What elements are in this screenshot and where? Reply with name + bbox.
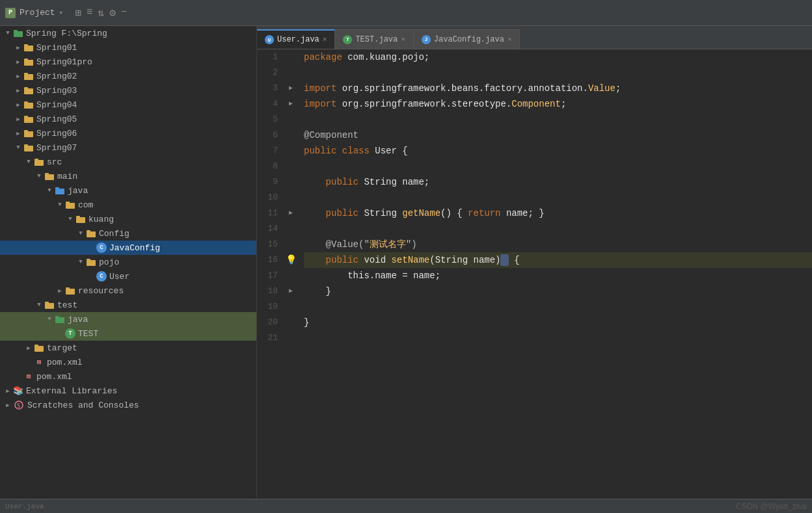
tree-label-kuang: kuang xyxy=(88,215,114,224)
project-label: Project xyxy=(20,8,55,18)
folder-target-icon xyxy=(34,343,44,352)
tree-label-spring01: Spring01 xyxy=(36,43,77,53)
gutter-17 xyxy=(283,268,299,283)
gutter-1 xyxy=(283,49,299,65)
list-icon[interactable]: ≡ xyxy=(87,7,93,20)
svg-rect-9 xyxy=(24,87,28,89)
bulb-icon[interactable]: 💡 xyxy=(286,252,297,268)
code-line-5 xyxy=(304,112,812,127)
gutter-11[interactable]: ▶ xyxy=(283,205,299,221)
folder-spring06-icon xyxy=(23,129,34,138)
tree-label-scratches: Scratches and Consoles xyxy=(27,401,139,410)
svg-rect-0 xyxy=(14,31,23,37)
tree-item-pom-outer[interactable]: m pom.xml xyxy=(0,369,256,384)
tree-item-external[interactable]: 📚 External Libraries xyxy=(0,384,256,398)
tree-label-config: Config xyxy=(99,229,129,239)
tree-item-target[interactable]: target xyxy=(0,341,256,355)
tree-label-main: main xyxy=(57,172,77,181)
tree-item-kuang[interactable]: kuang xyxy=(0,212,256,226)
tree-item-java-main[interactable]: java xyxy=(0,183,256,198)
tab-test[interactable]: T TEST.java × xyxy=(335,29,413,49)
tree-label-spring02: Spring02 xyxy=(36,72,77,81)
svg-rect-24 xyxy=(66,203,75,209)
tree-item-javaconfig-file[interactable]: C JavaConfig xyxy=(0,241,256,255)
code-line-20: } xyxy=(304,315,812,330)
sort-icon[interactable]: ⇅ xyxy=(98,7,104,20)
tab-test-close[interactable]: × xyxy=(401,36,405,44)
gutter-4[interactable]: ▶ xyxy=(283,96,299,112)
tab-user[interactable]: U User.java × xyxy=(257,29,335,49)
spring-arrow xyxy=(3,30,13,36)
line-numbers: 1 2 3 4 5 6 7 8 9 10 11 14 15 16 17 18 1 xyxy=(257,49,283,499)
code-line-9: public String name; xyxy=(304,174,812,190)
svg-rect-19 xyxy=(34,159,38,161)
gutter-20 xyxy=(283,315,299,330)
tree-item-resources[interactable]: resources xyxy=(0,283,256,298)
tree-item-spring04[interactable]: Spring04 xyxy=(0,98,256,112)
svg-rect-29 xyxy=(87,230,90,232)
svg-rect-7 xyxy=(24,73,28,75)
com-arrow xyxy=(55,202,65,208)
folder-java-main-icon xyxy=(55,186,65,195)
tree-item-config[interactable]: Config xyxy=(0,226,256,241)
svg-rect-12 xyxy=(24,117,33,123)
gutter-14 xyxy=(283,221,299,237)
folder-config-icon xyxy=(86,229,96,238)
test-arrow xyxy=(34,302,44,308)
tree-item-spring05[interactable]: Spring05 xyxy=(0,112,256,126)
tree-item-src[interactable]: src xyxy=(0,155,256,169)
tree-label-target: target xyxy=(47,343,77,353)
tab-javaconfig-icon: J xyxy=(422,35,431,44)
folder-spring01-icon xyxy=(23,43,34,52)
svg-rect-4 xyxy=(24,60,33,66)
layout-icon[interactable]: ⊞ xyxy=(75,7,81,20)
tree-item-spring[interactable]: Spring F:\Spring xyxy=(0,26,256,40)
svg-rect-32 xyxy=(66,289,75,295)
tree-item-spring03[interactable]: Spring03 xyxy=(0,83,256,98)
svg-rect-33 xyxy=(66,287,70,289)
spring04-arrow xyxy=(13,101,23,109)
code-lines[interactable]: package com.kuang.pojo; import org.sprin… xyxy=(299,49,812,499)
tab-user-close[interactable]: × xyxy=(323,36,327,44)
tree-label-external: External Libraries xyxy=(26,386,117,396)
code-content[interactable]: 1 2 3 4 5 6 7 8 9 10 11 14 15 16 17 18 1 xyxy=(257,49,812,499)
tree-item-spring01[interactable]: Spring01 xyxy=(0,40,256,55)
spring06-arrow xyxy=(13,130,23,137)
svg-rect-13 xyxy=(24,116,28,118)
code-line-1: package com.kuang.pojo; xyxy=(304,49,812,65)
tree-item-main[interactable]: main xyxy=(0,169,256,183)
gutter-18[interactable]: ▶ xyxy=(283,283,299,299)
tree-item-java-test[interactable]: java xyxy=(0,312,256,326)
minimize-icon[interactable]: − xyxy=(121,7,128,20)
gutter-16[interactable]: 💡 xyxy=(283,252,299,268)
tree-item-spring01pro[interactable]: Spring01pro xyxy=(0,55,256,69)
settings-icon[interactable]: ⚙ xyxy=(109,7,116,20)
title-bar-arrow: ▾ xyxy=(59,8,64,17)
tree-item-spring07[interactable]: Spring07 xyxy=(0,140,256,155)
tree-label-spring06: Spring06 xyxy=(36,129,77,138)
tab-javaconfig-close[interactable]: × xyxy=(508,36,512,44)
svg-rect-28 xyxy=(87,231,96,237)
tree-item-com[interactable]: com xyxy=(0,198,256,212)
tree-label-java-test: java xyxy=(68,315,88,324)
tree-item-scratches[interactable]: S Scratches and Consoles xyxy=(0,398,256,412)
tree-label-spring07: Spring07 xyxy=(36,143,77,153)
scratches-arrow xyxy=(3,402,13,409)
scratches-icon: S xyxy=(13,401,25,410)
tree-item-test-file[interactable]: T TEST xyxy=(0,326,256,341)
tree-item-pom-inner[interactable]: m pom.xml xyxy=(0,355,256,369)
tree-item-user-file[interactable]: C User xyxy=(0,269,256,283)
tree-label-spring: Spring F:\Spring xyxy=(26,29,107,38)
gutter-3[interactable]: ▶ xyxy=(283,81,299,96)
tree-item-spring06[interactable]: Spring06 xyxy=(0,126,256,140)
svg-rect-11 xyxy=(24,101,28,103)
code-line-10 xyxy=(304,190,812,205)
title-bar-left: P Project ▾ ⊞ ≡ ⇅ ⚙ − xyxy=(5,7,127,20)
tab-bar: U User.java × T TEST.java × J JavaConfig… xyxy=(257,26,812,49)
tree-item-spring02[interactable]: Spring02 xyxy=(0,69,256,83)
tree-item-pojo[interactable]: pojo xyxy=(0,255,256,269)
tree-label-com: com xyxy=(78,200,93,210)
tree-item-test[interactable]: test xyxy=(0,298,256,312)
tab-javaconfig[interactable]: J JavaConfig.java × xyxy=(414,29,521,49)
svg-rect-18 xyxy=(34,160,44,166)
